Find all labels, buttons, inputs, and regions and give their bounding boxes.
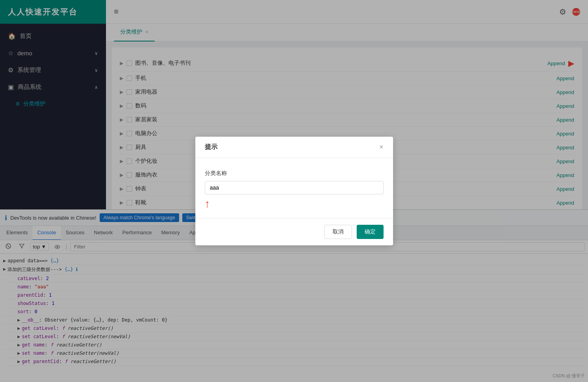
red-arrow-indicator: ↑ [205, 198, 384, 209]
content-body: ▶ 图书、音像、电子书刊 Append ▶ ▶ 手机 Append ▶ [106, 41, 588, 209]
modal-close-button[interactable]: × [379, 143, 384, 151]
modal-body: 分类名称 ↑ [195, 158, 393, 209]
category-name-input[interactable] [205, 181, 384, 194]
right-panel: ≡ ⚙ new 分类维护 × ▶ [106, 0, 588, 209]
app-container: 人人快速开发平台 🏠 首页 ☆ demo ∨ ⚙ 系统管理 ∨ ▣ [0, 0, 588, 382]
modal-title: 提示 [205, 143, 217, 151]
modal-overlay: 提示 × 分类名称 ↑ 取消 确定 [106, 41, 588, 209]
field-label: 分类名称 [205, 170, 384, 177]
modal-dialog: 提示 × 分类名称 ↑ 取消 确定 [195, 137, 393, 209]
modal-header: 提示 × [195, 137, 393, 158]
main-area: 人人快速开发平台 🏠 首页 ☆ demo ∨ ⚙ 系统管理 ∨ ▣ [0, 0, 588, 209]
